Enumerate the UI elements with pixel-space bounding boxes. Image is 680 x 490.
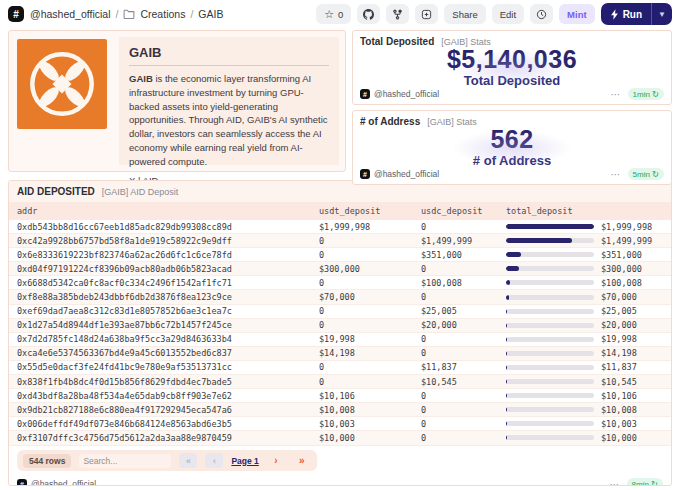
total-deposit-value: $14,198 [601,348,637,358]
column-header-usdt[interactable]: usdt_deposit [311,202,413,220]
column-header-usdc[interactable]: usdc_deposit [413,202,498,220]
previous-page-button[interactable]: ‹ [205,453,223,468]
table-row: 0x6688d5342ca0fc8acf0c334c2496f1542af1fc… [9,276,671,290]
deposit-bar [506,295,594,300]
total-deposit-cell: $1,999,998 [498,222,671,232]
total-deposit-value: $25,005 [601,306,637,316]
star-icon: ☆ [324,9,334,20]
usdc-deposit-cell: $351,000 [413,250,498,260]
total-deposit-cell: $10,000 [498,433,671,443]
deposit-bar [506,365,594,370]
total-deposit-cell: $10,106 [498,391,671,401]
share-button[interactable]: Share [444,4,485,24]
breadcrumb-owner[interactable]: @hashed_official [30,8,111,20]
address-cell: 0xc42a9928bb6757bd58f8a1de919c58922c9e9d… [9,236,311,246]
usdt-deposit-cell: $70,000 [311,292,413,302]
star-button[interactable]: ☆ 0 [316,4,351,24]
stat-title: Total Deposited [360,36,434,47]
stat-value-area: 562 # of Address [360,127,664,168]
more-options-icon[interactable]: ⋯ [611,169,622,180]
address-cell: 0x838f1fb4b8dc4f0d15b856f8629fdbd4ec7bad… [9,377,311,387]
current-page-link[interactable]: Page 1 [231,456,258,466]
total-deposit-value: $19,998 [601,334,637,344]
run-icon [610,9,619,20]
embed-icon [421,9,432,20]
deposit-bar-fill [506,295,509,300]
run-button[interactable]: Run [601,3,651,25]
total-deposit-value: $300,000 [601,264,642,274]
address-cell: 0x7d2d785fc148d24a638ba9f5cc3a29d8463633… [9,334,311,344]
table-subtitle[interactable]: [GAIB] AID Deposit [102,187,179,197]
column-header-addr[interactable]: addr [9,202,311,220]
footer-right: ⋯ 1min↻ [611,88,664,100]
owner-handle[interactable]: @hashed_official [31,479,96,486]
stat-value: $5,140,036 [447,47,577,72]
usdt-deposit-cell: 0 [311,320,413,330]
address-cell: 0xd04f97191224cf8396b09acb80adb06b5823ac… [9,264,311,274]
fork-button[interactable] [386,4,409,24]
usdc-deposit-cell: 0 [413,433,498,443]
stat-subtitle[interactable]: [GAIB] Stats [427,117,477,127]
deposit-bar-fill [506,266,519,271]
total-deposit-value: $1,499,999 [601,236,652,246]
total-deposit-value: $20,000 [601,320,637,330]
embed-button[interactable] [415,4,438,24]
profile-row: GAIB GAIB is the economic layer transfor… [8,30,672,172]
table-row: 0xd43bdf8a28ba48f534a4e65dab9cb8ff903e7e… [9,389,671,403]
run-dropdown-button[interactable]: ▼ [651,3,672,25]
more-options-icon[interactable]: ⋯ [610,479,621,487]
table-row: 0xca4e6e5374563367bd4e9a45c6013552bed6c8… [9,347,671,361]
table-row: 0xd04f97191224cf8396b09acb80adb06b5823ac… [9,262,671,276]
deposit-table-card: AID DEPOSITED [GAIB] AID Deposit addr us… [8,180,672,486]
hashed-logo-icon[interactable]: # [8,6,24,22]
pagination-bar: 544 rows « ‹ Page 1 › » [17,450,317,471]
edit-button[interactable]: Edit [492,4,524,24]
last-page-button[interactable]: » [293,453,311,468]
refresh-badge[interactable]: 8min↻ [627,478,663,486]
deposit-bar [506,224,594,229]
history-button[interactable] [530,4,553,24]
deposit-bar-fill [506,224,594,229]
deposit-bar [506,252,594,257]
table-header-row: addr usdt_deposit usdc_deposit total_dep… [9,202,671,220]
total-deposit-cell: $25,005 [498,306,671,316]
breadcrumb-separator: / [190,8,193,20]
usdt-deposit-cell: $14,198 [311,348,413,358]
refresh-badge[interactable]: 1min↻ [628,88,664,100]
project-card: GAIB GAIB is the economic layer transfor… [8,30,346,172]
project-description: GAIB is the economic layer transforming … [129,72,329,168]
first-page-button[interactable]: « [179,453,197,468]
hashed-mini-logo-icon: # [360,89,370,99]
github-button[interactable] [357,4,380,24]
stat-value: 562 [490,127,533,152]
fork-icon [392,9,403,20]
address-cell: 0x9db21cb827188e6c880ea4f917292945eca547… [9,405,311,415]
project-title: GAIB [129,45,329,66]
stats-column: Total Deposited [GAIB] Stats $5,140,036 … [352,30,672,172]
owner-handle[interactable]: @hashed_official [374,169,439,179]
total-deposit-value: $1,999,998 [601,222,652,232]
usdc-deposit-cell: $11,837 [413,362,498,372]
total-deposit-value: $10,003 [601,419,637,429]
refresh-icon: ↻ [651,479,658,486]
deposit-bar-fill [506,351,507,356]
more-options-icon[interactable]: ⋯ [611,89,622,100]
deposit-bar-fill [506,280,510,285]
usdt-deposit-cell: 0 [311,250,413,260]
total-deposit-value: $10,545 [601,377,637,387]
column-header-total[interactable]: total_deposit [498,202,671,220]
total-deposit-cell: $10,545 [498,377,671,387]
owner-handle[interactable]: @hashed_official [374,89,439,99]
deposit-bar-fill [506,252,521,257]
next-page-button[interactable]: › [267,453,285,468]
hashed-mini-logo-icon: # [17,479,27,486]
usdc-deposit-cell: $10,545 [413,377,498,387]
table-row: 0x7d2d785fc148d24a638ba9f5cc3a29d8463633… [9,333,671,347]
refresh-badge[interactable]: 5min↻ [628,168,664,180]
usdc-deposit-cell: $20,000 [413,320,498,330]
address-cell: 0x006deffdf49df073e846b684124e8563abd6e3… [9,419,311,429]
breadcrumb-creations[interactable]: Creations [140,8,185,20]
mint-button[interactable]: Mint [559,4,595,24]
search-input[interactable] [79,454,171,468]
deposit-bar [506,337,594,342]
